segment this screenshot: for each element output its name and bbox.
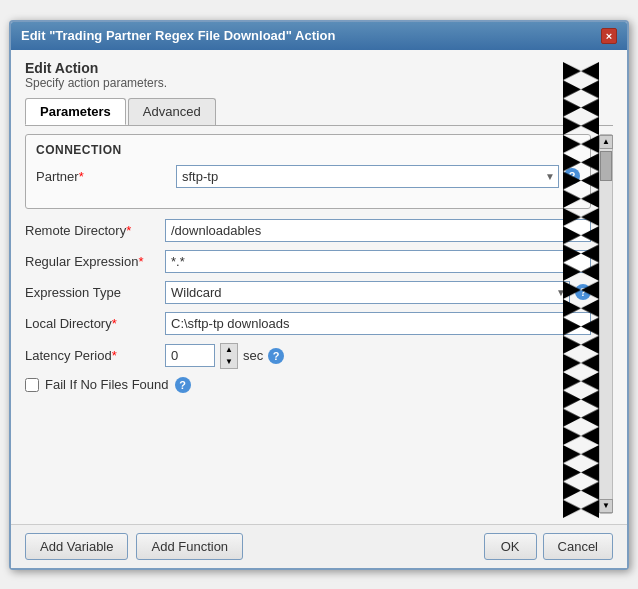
- bottom-bar: Add Variable Add Function OK Cancel: [11, 524, 627, 568]
- partner-select-wrapper: sftp-tp ▼: [176, 165, 559, 188]
- expression-type-control: Wildcard Regex ▼ ?: [165, 281, 591, 304]
- regular-expression-control: [165, 250, 591, 273]
- remote-directory-row: Remote Directory*: [25, 219, 591, 242]
- scrollbar[interactable]: ▲ ▼: [599, 134, 613, 514]
- regular-expression-label: Regular Expression*: [25, 254, 165, 269]
- latency-help-icon[interactable]: ?: [268, 348, 284, 364]
- spinner-down-button[interactable]: ▼: [221, 356, 237, 368]
- remote-directory-control: [165, 219, 591, 242]
- dialog-title: Edit "Trading Partner Regex File Downloa…: [21, 28, 336, 43]
- title-bar: Edit "Trading Partner Regex File Downloa…: [11, 22, 627, 50]
- expression-type-help-icon[interactable]: ?: [575, 284, 591, 300]
- form-area: CONNECTION Partner* sftp-tp ▼: [25, 134, 595, 514]
- fail-if-no-files-checkbox[interactable]: [25, 378, 39, 392]
- partner-label: Partner*: [36, 169, 176, 184]
- edit-action-subtitle: Specify action parameters.: [25, 76, 613, 90]
- connection-legend: CONNECTION: [36, 143, 580, 157]
- partner-control: sftp-tp ▼ ?: [176, 165, 580, 188]
- remote-directory-label: Remote Directory*: [25, 223, 165, 238]
- fail-if-no-files-row: Fail If No Files Found ?: [25, 377, 591, 393]
- add-function-button[interactable]: Add Function: [136, 533, 243, 560]
- tab-advanced[interactable]: Advanced: [128, 98, 216, 125]
- expression-type-row: Expression Type Wildcard Regex ▼ ?: [25, 281, 591, 304]
- latency-period-input[interactable]: [165, 344, 215, 367]
- required-star-regex: *: [138, 254, 143, 269]
- tabs: Parameters Advanced: [25, 98, 613, 126]
- number-input-wrapper: ▲ ▼ sec ?: [165, 343, 284, 369]
- main-area: CONNECTION Partner* sftp-tp ▼: [25, 134, 613, 514]
- connection-group: CONNECTION Partner* sftp-tp ▼: [25, 134, 591, 209]
- fail-if-no-files-help-icon[interactable]: ?: [175, 377, 191, 393]
- required-star-latency: *: [112, 348, 117, 363]
- partner-select[interactable]: sftp-tp: [176, 165, 559, 188]
- fail-if-no-files-label: Fail If No Files Found: [45, 377, 169, 392]
- close-button[interactable]: ×: [601, 28, 617, 44]
- regular-expression-row: Regular Expression*: [25, 250, 591, 273]
- sec-label: sec: [243, 348, 263, 363]
- spinner-buttons: ▲ ▼: [220, 343, 238, 369]
- partner-row: Partner* sftp-tp ▼ ?: [36, 165, 580, 188]
- latency-period-row: Latency Period* ▲ ▼ sec ?: [25, 343, 591, 369]
- local-directory-input[interactable]: [165, 312, 591, 335]
- cancel-button[interactable]: Cancel: [543, 533, 613, 560]
- latency-period-label: Latency Period*: [25, 348, 165, 363]
- scrollbar-down-button[interactable]: ▼: [599, 499, 613, 513]
- btn-group-right: OK Cancel: [484, 533, 613, 560]
- partner-help-icon[interactable]: ?: [564, 168, 580, 184]
- edit-action-header: Edit Action Specify action parameters.: [25, 60, 613, 90]
- scrollbar-thumb[interactable]: [600, 151, 612, 181]
- scrollbar-up-button[interactable]: ▲: [599, 135, 613, 149]
- spinner-up-button[interactable]: ▲: [221, 344, 237, 356]
- local-directory-row: Local Directory*: [25, 312, 591, 335]
- expression-type-select-wrapper: Wildcard Regex ▼: [165, 281, 570, 304]
- regular-expression-input[interactable]: [165, 250, 591, 273]
- ok-button[interactable]: OK: [484, 533, 537, 560]
- local-directory-label: Local Directory*: [25, 316, 165, 331]
- required-star-local: *: [112, 316, 117, 331]
- expression-type-select[interactable]: Wildcard Regex: [165, 281, 570, 304]
- local-directory-control: [165, 312, 591, 335]
- remote-directory-input[interactable]: [165, 219, 591, 242]
- latency-period-control: ▲ ▼ sec ?: [165, 343, 591, 369]
- tab-parameters[interactable]: Parameters: [25, 98, 126, 125]
- required-star-remote: *: [126, 223, 131, 238]
- add-variable-button[interactable]: Add Variable: [25, 533, 128, 560]
- expression-type-label: Expression Type: [25, 285, 165, 300]
- dialog: Edit "Trading Partner Regex File Downloa…: [9, 20, 629, 570]
- btn-group-left: Add Variable Add Function: [25, 533, 243, 560]
- dialog-content: Edit Action Specify action parameters. P…: [11, 50, 627, 524]
- edit-action-title: Edit Action: [25, 60, 613, 76]
- required-star: *: [79, 169, 84, 184]
